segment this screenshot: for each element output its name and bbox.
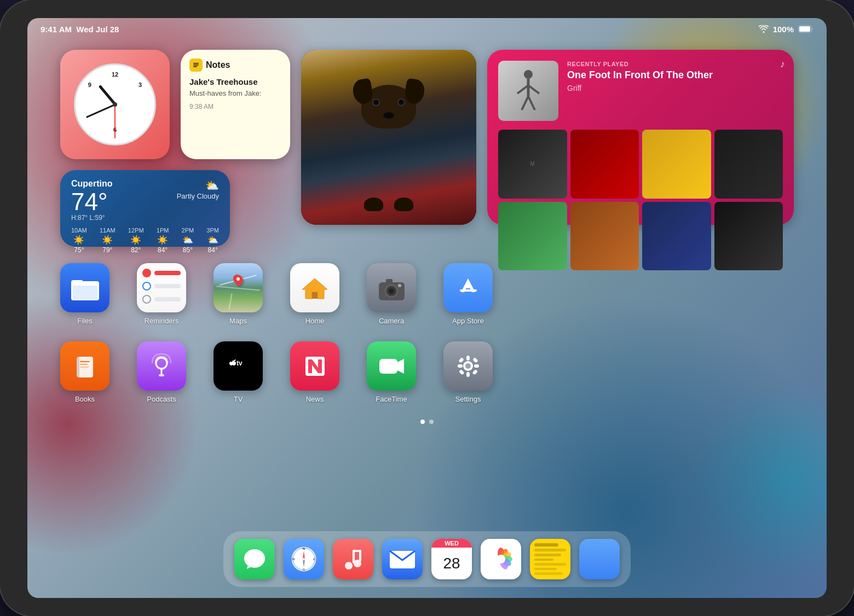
svg-line-8 [517, 85, 528, 94]
weather-condition: Partly Cloudy [177, 192, 219, 200]
svg-rect-39 [466, 356, 470, 361]
notes-widget[interactable]: Notes Jake's Treehouse Must-haves from J… [181, 50, 290, 159]
weather-hour-5: 2PM ⛅ 85° [182, 227, 194, 254]
weather-hour-6: 3PM ⛅ 84° [206, 227, 219, 254]
notes-note-time: 9:38 AM [189, 103, 281, 111]
ipad-screen: 9:41 AM Wed Jul 28 100% [27, 18, 827, 598]
svg-rect-27 [80, 361, 90, 362]
books-app[interactable]: Books [60, 341, 109, 403]
reminders-icon [137, 263, 186, 312]
wifi-icon [759, 25, 769, 33]
svg-rect-32 [159, 374, 164, 376]
calendar-day: 28 [431, 548, 472, 579]
podcasts-app[interactable]: Podcasts [137, 341, 186, 403]
svg-rect-24 [465, 286, 471, 288]
album-item-2[interactable] [570, 130, 639, 199]
apps-row-1: Files [60, 263, 794, 325]
page-dot-2[interactable] [429, 420, 434, 424]
files-label: Files [77, 317, 92, 325]
music-widget[interactable]: ♪ [487, 50, 794, 225]
music-dock-icon[interactable] [333, 539, 373, 579]
news-icon [290, 341, 339, 391]
reminders-app[interactable]: Reminders [137, 263, 186, 325]
clock-second-hand [114, 104, 116, 138]
notes-note-body: Must-haves from Jake: [189, 89, 281, 98]
clock-widget[interactable]: 12 3 6 9 [60, 50, 170, 159]
facetime-label: FaceTime [376, 395, 407, 403]
svg-rect-28 [80, 364, 88, 365]
facetime-app[interactable]: FaceTime [367, 341, 416, 403]
battery-icon [798, 25, 813, 33]
camera-app[interactable]: Camera [367, 263, 416, 325]
notes-dock-icon[interactable] [530, 539, 570, 579]
svg-text:tv: tv [236, 359, 243, 367]
calendar-weekday: WED [431, 539, 472, 548]
music-recently-played-label: RECENTLY PLAYED [567, 61, 783, 67]
photos-dock-icon[interactable] [481, 539, 521, 579]
music-song-title: One Foot In Front Of The Other [567, 69, 783, 82]
album-item-7[interactable] [642, 202, 711, 271]
svg-rect-44 [472, 357, 478, 363]
weather-city: Cupertino [71, 179, 113, 189]
svg-rect-35 [379, 359, 397, 374]
notes-note-title: Jake's Treehouse [189, 77, 281, 86]
album-item-3[interactable] [642, 130, 711, 199]
svg-rect-3 [193, 63, 199, 64]
safari-dock-icon[interactable]: N S E W [284, 539, 324, 579]
album-item-6[interactable] [570, 202, 639, 271]
svg-rect-4 [193, 65, 199, 66]
files-icon [60, 263, 109, 312]
svg-line-10 [522, 96, 528, 110]
dock: N S E W [223, 531, 631, 587]
main-album-art [498, 61, 558, 121]
news-app[interactable]: News [290, 341, 339, 403]
maps-app[interactable]: Maps [214, 263, 263, 325]
music-artist: Griff [567, 84, 783, 92]
weather-range: H:87° L:59° [71, 214, 113, 222]
svg-point-6 [524, 70, 533, 79]
books-label: Books [75, 395, 95, 403]
home-app[interactable]: Home [290, 263, 339, 325]
news-label: News [306, 395, 324, 403]
svg-point-38 [465, 363, 471, 369]
svg-rect-14 [73, 286, 97, 299]
podcasts-icon [137, 341, 186, 391]
album-item-4[interactable] [714, 130, 783, 199]
weather-hour-1: 10AM ☀️ 75° [71, 227, 87, 254]
weather-hour-2: 11AM ☀️ 79° [100, 227, 116, 254]
weather-widget[interactable]: Cupertino 74° H:87° L:59° ⛅ Partly Cloud… [60, 170, 230, 247]
settings-label: Settings [455, 395, 481, 403]
mail-dock-icon[interactable] [382, 539, 423, 579]
podcasts-label: Podcasts [147, 395, 176, 403]
clock-minute-hand [85, 104, 115, 118]
calendar-dock-icon[interactable]: WED 28 [431, 539, 472, 579]
svg-marker-36 [397, 359, 404, 374]
svg-point-55 [345, 562, 353, 569]
dog-photo [301, 50, 476, 225]
svg-rect-58 [353, 550, 355, 563]
svg-rect-29 [80, 367, 89, 368]
album-item-5[interactable] [498, 202, 567, 271]
appstore-dock-icon[interactable] [579, 539, 620, 579]
apps-row-2: Books [60, 341, 794, 403]
appstore-app[interactable]: App Store [443, 263, 493, 325]
facetime-icon [367, 341, 416, 391]
svg-rect-26 [77, 357, 79, 377]
photo-widget[interactable] [301, 50, 476, 225]
messages-dock-icon[interactable] [234, 539, 275, 579]
calendar-inner: WED 28 [431, 539, 472, 579]
maps-icon [214, 263, 263, 312]
music-note-icon: ♪ [780, 59, 785, 70]
status-bar: 9:41 AM Wed Jul 28 100% [27, 18, 827, 40]
settings-app[interactable]: Settings [443, 341, 493, 403]
svg-text:E: E [313, 557, 315, 561]
weather-top: Cupertino 74° H:87° L:59° ⛅ Partly Cloud… [71, 179, 219, 222]
files-app[interactable]: Files [60, 263, 109, 325]
notes-title: Notes [206, 60, 230, 70]
album-item-1[interactable]: M [498, 130, 567, 199]
album-item-8[interactable] [714, 202, 783, 271]
camera-icon [367, 263, 416, 312]
tv-app[interactable]: tv TV [214, 341, 263, 403]
weather-hourly: 10AM ☀️ 75° 11AM ☀️ 79° 12PM [71, 227, 219, 254]
page-dot-1[interactable] [420, 420, 425, 424]
